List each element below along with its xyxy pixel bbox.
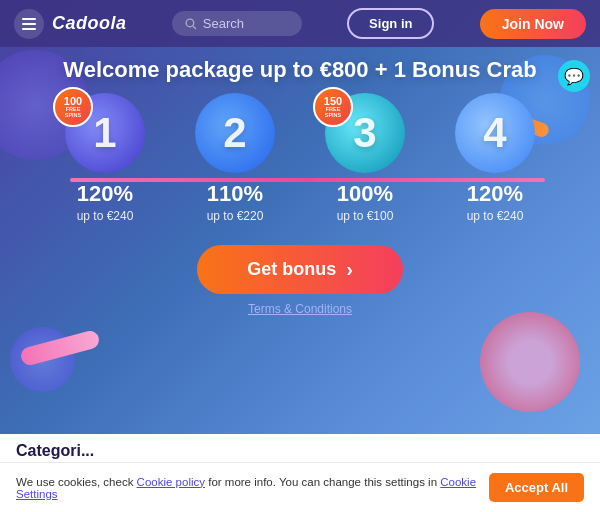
step-3-upto: up to €100: [337, 209, 394, 223]
cookie-pre-text: We use cookies, check: [16, 476, 137, 488]
decoration-blob-bottomright: [480, 312, 580, 412]
step-1-badge: 100 FREESPINS: [53, 87, 93, 127]
step-1-badge-label: FREESPINS: [65, 107, 82, 118]
search-icon: [184, 17, 197, 30]
step-4-circle: 4: [455, 93, 535, 173]
step-1: 100 FREESPINS 1 120% up to €240: [40, 93, 170, 223]
step-2-circle: 2: [195, 93, 275, 173]
categories-title: Categori...: [16, 442, 94, 459]
steps-row: 100 FREESPINS 1 120% up to €240 2 110% u…: [0, 93, 600, 223]
step-4: 4 120% up to €240: [430, 93, 560, 223]
welcome-title: Welcome package up to €800 + 1 Bonus Cra…: [0, 57, 600, 83]
step-4-upto: up to €240: [467, 209, 524, 223]
step-3-percent: 100%: [337, 181, 393, 207]
get-bonus-label: Get bonus: [247, 259, 336, 280]
header-left: Cadoola: [14, 9, 127, 39]
bonus-arrow-icon: ›: [346, 258, 353, 281]
step-1-upto: up to €240: [77, 209, 134, 223]
get-bonus-button[interactable]: Get bonus ›: [197, 245, 403, 294]
header: Cadoola Search Sign in Join Now: [0, 0, 600, 47]
step-1-circle: 100 FREESPINS 1: [65, 93, 145, 173]
chat-icon: 💬: [564, 67, 584, 86]
step-1-number: 1: [93, 112, 116, 154]
menu-button[interactable]: [14, 9, 44, 39]
step-2-number: 2: [223, 112, 246, 154]
main-content: Welcome package up to €800 + 1 Bonus Cra…: [0, 47, 600, 316]
cookie-policy-link[interactable]: Cookie policy: [137, 476, 205, 488]
step-3-number: 3: [353, 112, 376, 154]
logo-text: Cadoola: [52, 13, 127, 34]
search-bar[interactable]: Search: [172, 11, 302, 36]
joinnow-button[interactable]: Join Now: [480, 9, 586, 39]
signin-button[interactable]: Sign in: [347, 8, 434, 39]
step-3: 150 FREESPINS 3 100% up to €100: [300, 93, 430, 223]
step-4-number: 4: [483, 112, 506, 154]
cookie-banner: We use cookies, check Cookie policy for …: [0, 462, 600, 512]
hamburger-icon: [22, 18, 36, 30]
accept-all-button[interactable]: Accept All: [489, 473, 584, 502]
step-3-badge-label: FREESPINS: [325, 107, 342, 118]
svg-point-0: [186, 19, 194, 27]
categories-bar: Categori...: [0, 434, 600, 464]
step-2-upto: up to €220: [207, 209, 264, 223]
terms-link[interactable]: Terms & Conditions: [248, 302, 352, 316]
logo[interactable]: Cadoola: [52, 13, 127, 34]
step-3-circle: 150 FREESPINS 3: [325, 93, 405, 173]
step-4-percent: 120%: [467, 181, 523, 207]
step-1-percent: 120%: [77, 181, 133, 207]
step-3-badge: 150 FREESPINS: [313, 87, 353, 127]
svg-line-1: [193, 26, 196, 29]
step-2-percent: 110%: [207, 181, 263, 207]
cookie-mid-text: for more info. You can change this setti…: [205, 476, 440, 488]
cookie-text: We use cookies, check Cookie policy for …: [16, 476, 477, 500]
chat-bubble-button[interactable]: 💬: [558, 60, 590, 92]
step-2: 2 110% up to €220: [170, 93, 300, 223]
bonus-row: Get bonus › Terms & Conditions: [0, 245, 600, 316]
search-placeholder: Search: [203, 16, 244, 31]
